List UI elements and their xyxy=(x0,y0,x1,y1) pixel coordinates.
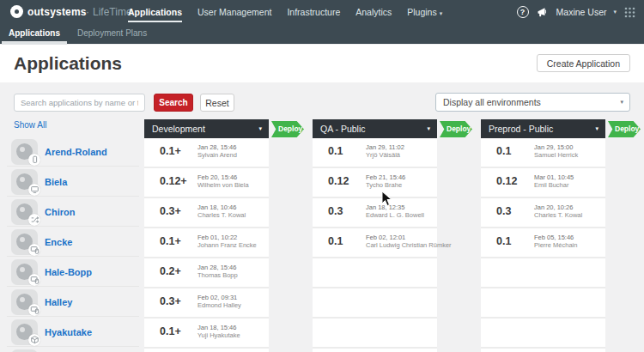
create-application-button[interactable]: Create Application xyxy=(537,54,630,72)
nav-item-infrastructure[interactable]: Infrastructure xyxy=(279,0,348,24)
env-header-qa-public[interactable]: QA - Public▾ xyxy=(313,119,437,138)
version-tag: 0.3+ xyxy=(160,205,181,217)
version-meta: Jan 18, 15:46Yuji Hyakutake xyxy=(197,324,240,339)
version-tag: 0.1+ xyxy=(160,235,181,247)
subnav-item-applications[interactable]: Applications xyxy=(0,25,69,45)
version-author: Edmond Halley xyxy=(197,301,241,309)
deploy-button-2[interactable]: Deploy... xyxy=(440,121,472,137)
deploy-button-3[interactable]: Deploy... xyxy=(608,121,641,137)
env-header-development[interactable]: Development▾ xyxy=(144,119,269,138)
row-separator xyxy=(481,347,605,349)
nav-item-user-management[interactable]: User Management xyxy=(190,0,279,24)
app-link-halley[interactable]: Halley xyxy=(45,297,72,307)
chevron-down-icon: ▾ xyxy=(258,119,262,138)
environment-filter-select[interactable]: Display all environments ▾ xyxy=(435,93,630,112)
row-separator xyxy=(481,197,605,198)
version-author: Charles T. Kowal xyxy=(197,211,246,219)
version-meta: Jan 28, 15:46Sylvain Arend xyxy=(197,143,237,159)
app-link-biela[interactable]: Biela xyxy=(45,177,67,187)
deploy-button-1[interactable]: Deploy... xyxy=(271,121,304,137)
subnav-item-deployment-plans[interactable]: Deployment Plans xyxy=(69,25,155,45)
version-tag: 0.3+ xyxy=(160,295,181,307)
sub-navbar: ApplicationsDeployment Plans xyxy=(0,24,644,44)
version-meta: Feb 01, 10:22Johann Franz Encke xyxy=(197,234,257,249)
app-link-encke[interactable]: Encke xyxy=(45,237,72,247)
row-separator xyxy=(313,347,437,349)
version-tag: 0.1 xyxy=(496,145,511,157)
row-separator xyxy=(144,167,269,168)
row-separator xyxy=(144,347,269,349)
apps-grid-icon[interactable] xyxy=(624,7,635,18)
version-meta: Feb 02, 12:01Carl Ludwig Christian Rümke… xyxy=(366,234,452,249)
announcements-icon[interactable] xyxy=(537,7,549,18)
version-meta: Jan 29, 15:00Samuel Herrick xyxy=(534,143,578,159)
nav-right: ? Maxine User ▾ xyxy=(517,0,635,24)
devices-icon xyxy=(28,274,40,286)
row-separator xyxy=(144,227,269,228)
version-meta: Mar 01, 10:45Emil Buchar xyxy=(534,173,574,189)
version-date: Jan 18, 12:35 xyxy=(366,203,424,211)
version-meta: Jan 20, 10:26Charles T. Kowal xyxy=(534,203,582,219)
version-tag: 0.1+ xyxy=(160,145,181,157)
version-tag: 0.3 xyxy=(496,205,511,217)
nav-item-applications[interactable]: Applications xyxy=(120,0,190,24)
reset-button[interactable]: Reset xyxy=(200,94,234,112)
version-meta: Feb 05, 15:46Pierre Méchain xyxy=(534,234,577,249)
app-link-arend-roland[interactable]: Arend-Roland xyxy=(45,147,107,157)
user-name: Maxine User xyxy=(556,7,607,17)
version-date: Jan 18, 10:46 xyxy=(197,203,246,211)
search-input[interactable] xyxy=(14,94,145,112)
outsystems-logo-icon xyxy=(10,5,23,18)
version-tag: 0.1+ xyxy=(160,325,181,337)
user-menu[interactable]: Maxine User ▾ xyxy=(556,7,617,17)
version-date: Jan 29, 15:00 xyxy=(534,143,578,151)
version-date: Feb 21, 15:46 xyxy=(366,173,405,181)
top-navbar: outsystems · LifeTime ApplicationsUser M… xyxy=(0,0,644,24)
version-meta: Feb 21, 15:46Tycho Brahe xyxy=(366,173,405,189)
chevron-down-icon: ▾ xyxy=(613,9,617,15)
row-separator xyxy=(313,257,437,258)
lifetime-applications-screen: outsystems · LifeTime ApplicationsUser M… xyxy=(0,0,644,352)
row-separator xyxy=(481,287,605,288)
app-link-hyakutake[interactable]: Hyakutake xyxy=(45,327,92,337)
app-icon xyxy=(11,139,38,165)
version-author: Charles T. Kowal xyxy=(534,211,582,219)
brand-name: outsystems xyxy=(27,6,87,18)
version-author: Carl Ludwig Christian Rümker xyxy=(366,241,452,249)
row-separator xyxy=(144,287,269,288)
page-header: Applications Create Application xyxy=(0,45,644,82)
row-separator xyxy=(7,226,139,227)
shuffle-icon xyxy=(28,214,40,226)
version-date: Jan 18, 15:46 xyxy=(197,324,240,331)
version-tag: 0.2+ xyxy=(160,265,181,277)
version-date: Feb 20, 15:46 xyxy=(197,173,249,181)
app-link-chiron[interactable]: Chiron xyxy=(45,207,75,217)
help-icon[interactable]: ? xyxy=(517,6,529,18)
page-title: Applications xyxy=(14,53,122,74)
version-meta: Jan 29, 11:02Yrjö Väisälä xyxy=(366,143,404,159)
version-author: Yuji Hyakutake xyxy=(197,331,240,339)
version-author: Emil Buchar xyxy=(534,181,574,189)
chevron-down-icon: ▾ xyxy=(440,10,443,16)
env-header-preprod-public[interactable]: Preprod - Public▾ xyxy=(481,119,605,138)
version-author: Johann Franz Encke xyxy=(197,241,257,249)
show-all-link[interactable]: Show All xyxy=(14,120,46,130)
version-author: Wilhelm von Biela xyxy=(197,181,249,189)
version-date: Mar 01, 10:45 xyxy=(534,173,574,181)
row-separator xyxy=(144,257,269,258)
search-button[interactable]: Search xyxy=(154,94,193,112)
version-meta: Feb 02, 09:31Edmond Halley xyxy=(197,294,241,309)
nav-item-plugins[interactable]: Plugins▾ xyxy=(399,0,450,24)
version-date: Jan 20, 10:26 xyxy=(534,203,582,211)
row-separator xyxy=(313,167,437,168)
row-separator xyxy=(7,346,139,347)
nav-item-analytics[interactable]: Analytics xyxy=(348,0,399,24)
version-tag: 0.12 xyxy=(328,175,349,187)
app-link-hale-bopp[interactable]: Hale-Bopp xyxy=(45,267,92,277)
row-separator xyxy=(7,196,139,197)
version-tag: 0.1 xyxy=(328,235,343,247)
version-date: Feb 05, 15:46 xyxy=(534,234,577,241)
version-date: Feb 02, 12:01 xyxy=(366,234,452,241)
row-separator xyxy=(7,166,139,167)
app-icon xyxy=(11,199,38,225)
